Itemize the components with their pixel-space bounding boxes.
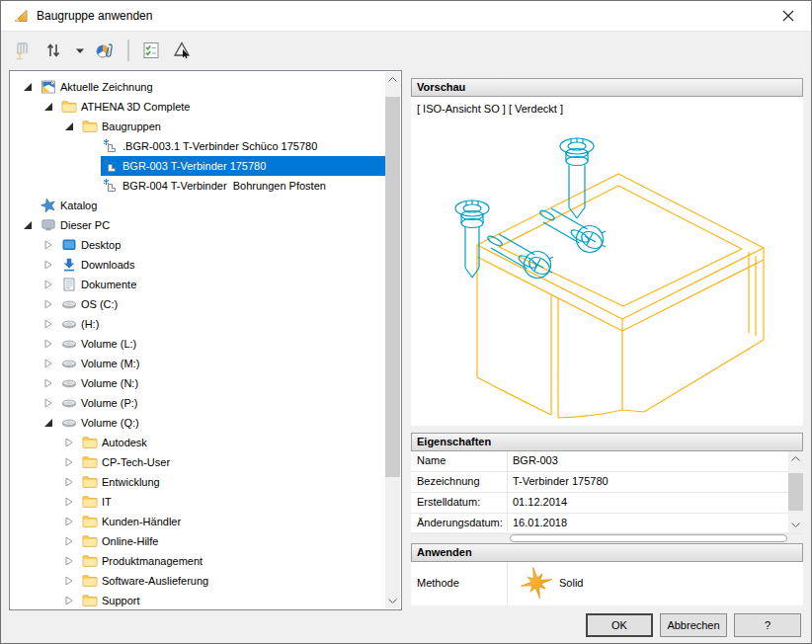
tree-item-label: Autodesk: [102, 433, 147, 452]
expand-icon[interactable]: [43, 260, 53, 270]
tree-item[interactable]: Volume (Q:): [10, 413, 385, 433]
drawing-icon: [41, 79, 56, 95]
expand-icon[interactable]: [64, 517, 74, 526]
folder-icon: [82, 573, 98, 589]
tree-item[interactable]: ATHENA 3D Complete: [10, 97, 385, 117]
expand-icon[interactable]: [64, 536, 74, 546]
expand-icon[interactable]: [64, 576, 74, 586]
scroll-down-icon[interactable]: [788, 518, 803, 532]
dialog-window: Baugruppe anwenden Aktuelle ZeichnungATH…: [0, 0, 812, 644]
tree-scroll-thumb[interactable]: [385, 97, 400, 477]
folder-tree: Aktuelle ZeichnungATHENA 3D CompleteBaug…: [9, 70, 402, 610]
tree-item[interactable]: Support: [10, 591, 385, 610]
sort-dropdown-caret[interactable]: [74, 40, 86, 61]
tree-item[interactable]: Volume (P:): [10, 393, 385, 413]
expand-icon[interactable]: [43, 299, 53, 309]
expand-icon[interactable]: [64, 556, 74, 566]
download-icon: [61, 257, 77, 273]
expand-icon[interactable]: [64, 596, 74, 605]
document-icon: [61, 277, 77, 292]
column-divider: [507, 451, 508, 532]
tree-item[interactable]: Autodesk: [10, 433, 385, 452]
tree-item[interactable]: Software-Auslieferung: [10, 571, 385, 591]
tree-item[interactable]: Entwicklung: [10, 472, 385, 492]
properties-scroll-thumb[interactable]: [788, 473, 803, 511]
properties-scrollbar[interactable]: [788, 451, 803, 532]
sort-order-icon[interactable]: [43, 40, 65, 61]
property-label: Erstelldatum:: [417, 493, 480, 512]
title-bar: Baugruppe anwenden: [1, 1, 811, 32]
drive-icon: [61, 415, 77, 431]
method-label: Methode: [417, 562, 459, 604]
block-icon: [103, 178, 119, 194]
collapse-icon[interactable]: [43, 418, 53, 428]
scroll-up-icon[interactable]: [385, 72, 400, 87]
tree-item[interactable]: Volume (N:): [10, 373, 385, 393]
tree-item[interactable]: (H:): [10, 314, 385, 334]
tree-item[interactable]: Aktuelle Zeichnung: [10, 77, 385, 97]
tree-item[interactable]: BGR-003 T-Verbinder 175780: [10, 156, 385, 176]
tree-item[interactable]: Kunden-Händler: [10, 512, 385, 531]
checklist-icon[interactable]: [140, 40, 162, 61]
expand-icon[interactable]: [64, 477, 74, 487]
collapse-icon[interactable]: [43, 102, 53, 112]
scroll-up-icon[interactable]: [788, 451, 803, 466]
collapse-icon[interactable]: [64, 121, 74, 131]
star-icon: [41, 198, 56, 213]
cancel-button[interactable]: Abbrechen: [660, 613, 727, 637]
expand-icon[interactable]: [64, 438, 74, 447]
tree-item[interactable]: Katalog: [10, 196, 385, 215]
property-label: Änderungsdatum:: [417, 514, 503, 532]
tree-item[interactable]: IT: [10, 492, 385, 512]
tree-item-label: Downloads: [81, 255, 134, 275]
tree-item-label: OS (C:): [81, 294, 118, 314]
expand-icon[interactable]: [43, 339, 53, 349]
properties-horizontal-scrollbar[interactable]: [510, 534, 787, 542]
drive-icon: [61, 356, 77, 371]
tree-item[interactable]: .BGR-003.1 T-Verbinder Schüco 175780: [10, 136, 385, 156]
tree-item-label: Online-Hilfe: [102, 531, 158, 551]
folder-icon: [82, 553, 98, 569]
apply-section-header: Anwenden: [411, 543, 803, 562]
expand-icon[interactable]: [43, 280, 53, 289]
tree-item[interactable]: Dieser PC: [10, 215, 385, 235]
symbol-select-icon[interactable]: [171, 40, 193, 61]
tree-item-label: BGR-003 T-Verbinder 175780: [122, 156, 266, 176]
close-icon[interactable]: [766, 1, 811, 31]
tree-item-label: Support: [102, 591, 140, 610]
tree-item[interactable]: Produktmanagement: [10, 551, 385, 571]
tree-item[interactable]: Dokumente: [10, 275, 385, 294]
tree-item[interactable]: Volume (L:): [10, 334, 385, 354]
scroll-down-icon[interactable]: [385, 594, 400, 608]
expand-icon[interactable]: [43, 378, 53, 388]
tree-item[interactable]: OS (C:): [10, 294, 385, 314]
collapse-icon[interactable]: [23, 220, 33, 230]
tree-item[interactable]: BGR-004 T-Verbinder Bohrungen Pfosten: [10, 176, 385, 196]
tree-item-label: Volume (P:): [81, 393, 137, 413]
expand-icon[interactable]: [43, 398, 53, 408]
expand-icon[interactable]: [43, 319, 53, 329]
help-button[interactable]: ?: [734, 613, 801, 637]
property-row: BezeichnungT-Verbinder 175780: [411, 472, 803, 493]
property-row: Änderungsdatum:16.01.2018: [411, 514, 803, 534]
tree-item[interactable]: Desktop: [10, 235, 385, 255]
expand-icon[interactable]: [64, 497, 74, 507]
tree-item-label: Baugruppen: [102, 117, 161, 136]
collapse-icon[interactable]: [23, 82, 33, 92]
tree-item-label: ATHENA 3D Complete: [81, 97, 190, 117]
tree-scrollbar[interactable]: [385, 72, 400, 608]
tree-item[interactable]: Volume (M:): [10, 354, 385, 373]
tree-item[interactable]: CP-Tech-User: [10, 452, 385, 472]
tree-item[interactable]: Online-Hilfe: [10, 531, 385, 551]
expand-icon[interactable]: [64, 457, 74, 467]
attach-options-icon[interactable]: [95, 40, 117, 61]
solid-star-icon: [520, 566, 553, 600]
ok-button[interactable]: OK: [586, 613, 653, 637]
tree-item-label: CP-Tech-User: [102, 452, 170, 472]
tree-item[interactable]: Downloads: [10, 255, 385, 275]
preview-view-caption: [ ISO-Ansicht SO ] [ Verdeckt ]: [417, 103, 563, 115]
expand-icon[interactable]: [43, 240, 53, 250]
property-row: NameBGR-003: [411, 451, 803, 472]
expand-icon[interactable]: [43, 359, 53, 368]
tree-item[interactable]: Baugruppen: [10, 117, 385, 136]
